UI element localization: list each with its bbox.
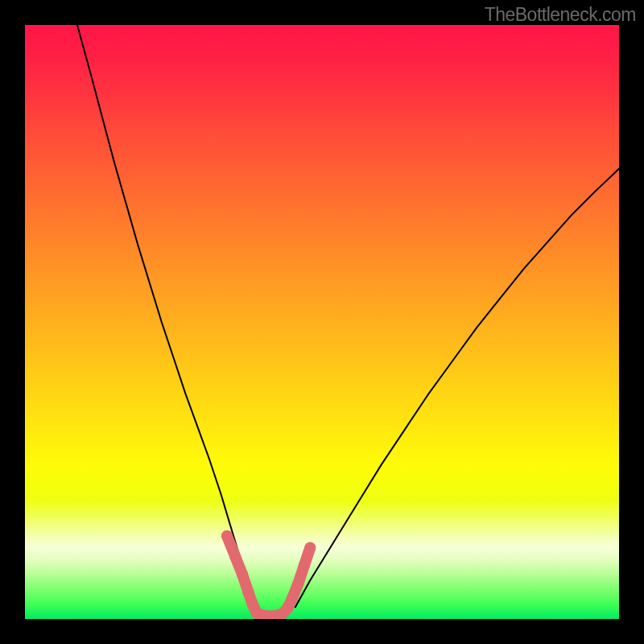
black-curve-left xyxy=(77,25,250,607)
chart-svg xyxy=(25,25,619,619)
pink-valley-seg xyxy=(304,547,310,565)
chart-frame: TheBottleneck.com xyxy=(0,0,644,644)
black-curve-right xyxy=(295,169,619,608)
attribution-label: TheBottleneck.com xyxy=(485,4,636,26)
chart-plot-area xyxy=(25,25,619,619)
